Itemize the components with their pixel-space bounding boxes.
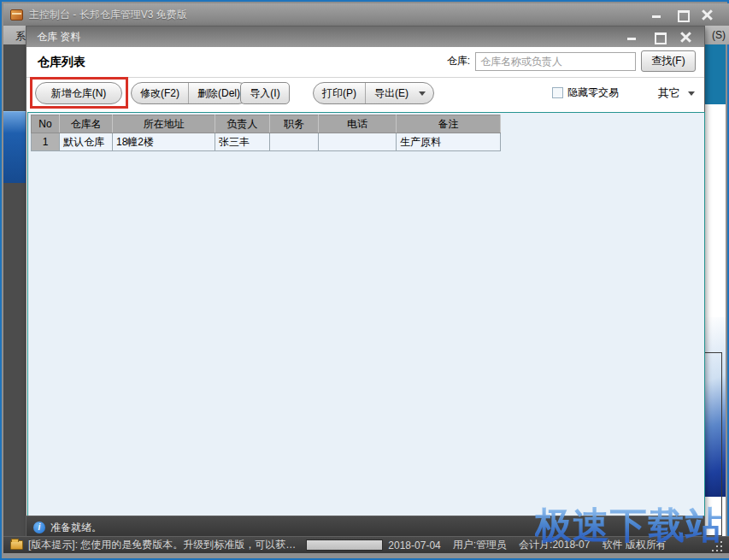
export-dropdown[interactable]	[417, 83, 433, 103]
warehouse-table: No 仓库名 所在地址 负责人 职务 电话 备注 1 默认仓库 18幢2楼 张三…	[31, 115, 501, 151]
maximize-icon[interactable]	[676, 9, 688, 20]
chevron-down-icon	[688, 91, 695, 96]
dialog-maximize-icon[interactable]	[653, 32, 665, 42]
menu-item-partial[interactable]: (S)	[712, 29, 726, 41]
col-header-manager[interactable]: 负责人	[215, 115, 270, 133]
print-export-group: 打印(P) 导出(E)	[313, 82, 434, 104]
warehouse-list-panel: No 仓库名 所在地址 负责人 职务 电话 备注 1 默认仓库 18幢2楼 张三…	[27, 112, 705, 516]
app-icon	[10, 9, 23, 21]
dialog-statusbar: 准备就绪。	[26, 516, 704, 539]
status-date: 2018-07-04	[388, 539, 440, 551]
edit-delete-group: 修改(F2) 删除(Del)	[131, 82, 250, 104]
progress-bar	[306, 539, 383, 551]
close-icon[interactable]	[702, 9, 714, 20]
toolbar: 新增仓库(N) 修改(F2) 删除(Del) 导入(I) 打印(P) 导出(E)…	[26, 78, 704, 112]
cell-position[interactable]	[270, 133, 319, 151]
col-header-address[interactable]: 所在地址	[113, 115, 215, 133]
folder-icon[interactable]	[10, 540, 23, 550]
content-panel-outline	[703, 352, 722, 536]
main-window-title: 主控制台 - 长邦仓库管理V3 免费版	[29, 8, 650, 22]
main-window: 主控制台 - 长邦仓库管理V3 免费版 系 (S) 仓库 资料 仓库列	[0, 0, 729, 560]
col-header-no[interactable]: No	[32, 115, 60, 133]
find-button[interactable]: 查找(F)	[641, 50, 696, 72]
cell-phone[interactable]	[319, 133, 397, 151]
cell-name[interactable]: 默认仓库	[60, 133, 113, 151]
content-banner-edge	[702, 44, 726, 104]
cell-remark[interactable]: 生产原料	[397, 133, 501, 151]
status-user: 用户:管理员	[453, 538, 507, 552]
edit-button[interactable]: 修改(F2)	[132, 83, 188, 103]
col-header-position[interactable]: 职务	[270, 115, 319, 133]
window-bottom-frame	[3, 553, 729, 558]
table-header-row: No 仓库名 所在地址 负责人 职务 电话 备注	[32, 115, 501, 133]
col-header-remark[interactable]: 备注	[397, 115, 501, 133]
main-content-edge	[702, 44, 726, 539]
info-icon	[33, 522, 45, 533]
dialog-titlebar[interactable]: 仓库 资料	[26, 27, 704, 47]
print-button[interactable]: 打印(P)	[314, 83, 365, 103]
add-warehouse-button[interactable]: 新增仓库(N)	[35, 82, 122, 104]
search-input[interactable]	[475, 52, 636, 71]
cell-no[interactable]: 1	[32, 133, 60, 151]
sidebar-selected-item-edge[interactable]	[3, 111, 26, 183]
menu-item-system-partial[interactable]: 系	[15, 29, 26, 44]
dialog-header: 仓库列表 仓库: 查找(F)	[26, 47, 704, 78]
main-sidebar-edge	[3, 44, 26, 539]
dialog-status-text: 准备就绪。	[50, 521, 102, 535]
main-titlebar: 主控制台 - 长邦仓库管理V3 免费版	[3, 3, 729, 26]
dialog-close-icon[interactable]	[680, 32, 692, 42]
cell-address[interactable]: 18幢2楼	[113, 133, 215, 151]
warehouse-dialog: 仓库 资料 仓库列表 仓库: 查找(F) 新增仓库(N) 修改(F2) 删除(D…	[26, 26, 705, 539]
cell-manager[interactable]: 张三丰	[215, 133, 270, 151]
hide-zero-checkbox-wrap[interactable]: 隐藏零交易	[552, 85, 619, 100]
hide-zero-checkbox[interactable]	[552, 87, 563, 98]
version-notice: [版本提示]: 您使用的是免费版本。升级到标准版，可以获…	[28, 538, 296, 552]
dialog-minimize-icon[interactable]	[626, 32, 638, 42]
hide-zero-label: 隐藏零交易	[567, 85, 619, 100]
minimize-icon[interactable]	[650, 9, 662, 20]
search-label: 仓库:	[447, 54, 470, 68]
chevron-down-icon	[419, 91, 426, 96]
import-button[interactable]: 导入(I)	[240, 82, 290, 104]
section-title: 仓库列表	[38, 55, 85, 70]
status-fiscal-month: 会计月:2018-07	[519, 538, 590, 552]
status-copyright: 软件 版权所有	[602, 538, 666, 552]
table-row[interactable]: 1 默认仓库 18幢2楼 张三丰 生产原料	[32, 133, 501, 151]
main-statusbar: [版本提示]: 您使用的是免费版本。升级到标准版，可以获… 2018-07-04…	[3, 536, 729, 553]
dialog-title: 仓库 资料	[37, 30, 626, 44]
other-label: 其它	[658, 85, 680, 101]
col-header-name[interactable]: 仓库名	[60, 115, 113, 133]
col-header-phone[interactable]: 电话	[319, 115, 397, 133]
export-button[interactable]: 导出(E)	[365, 83, 417, 103]
resize-grip[interactable]	[712, 541, 722, 551]
other-dropdown[interactable]: 其它	[655, 83, 698, 103]
